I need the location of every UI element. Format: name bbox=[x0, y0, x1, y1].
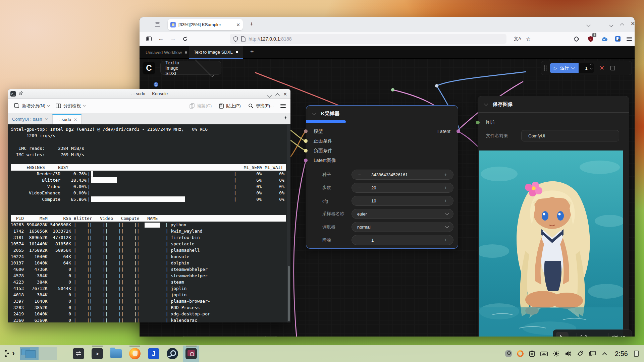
run-button[interactable]: ▷ 运行 bbox=[550, 63, 579, 73]
task-dolphin[interactable] bbox=[108, 346, 124, 362]
copy-button[interactable]: 複製(C) bbox=[190, 103, 212, 109]
reload-button[interactable] bbox=[181, 35, 189, 43]
shield-icon[interactable] bbox=[233, 36, 238, 42]
url-bar[interactable]: http://127.0.0.1:8188 bbox=[230, 34, 506, 44]
zoom-level[interactable]: 101% bbox=[590, 336, 601, 337]
plus-icon[interactable]: + bbox=[438, 185, 453, 190]
window-close-button[interactable]: ✕ bbox=[283, 91, 287, 97]
ksampler-output-latent[interactable]: Latent bbox=[437, 126, 458, 136]
desktop-1[interactable] bbox=[20, 347, 39, 360]
window-close-button[interactable]: ✕ bbox=[631, 21, 636, 26]
save-image-node[interactable]: 保存图像 图片 文件名前缀 ComfyUI bbox=[478, 96, 629, 337]
task-steam[interactable] bbox=[164, 346, 180, 362]
window-maximize-button[interactable] bbox=[276, 92, 279, 98]
app-launcher-button[interactable]: › bbox=[4, 348, 15, 359]
scrollbar-thumb[interactable] bbox=[288, 266, 290, 321]
window-minimize-button[interactable] bbox=[610, 22, 615, 27]
clipboard-icon[interactable] bbox=[528, 350, 536, 357]
pointer-tool-button[interactable] bbox=[556, 332, 569, 337]
terminal-output[interactable]: intel-gpu-top: Intel Dg2 (Gen12) @ /dev/… bbox=[8, 125, 290, 322]
privacy-shield-icon[interactable] bbox=[614, 35, 622, 43]
input-port-dot[interactable] bbox=[304, 139, 308, 143]
ksampler-node[interactable]: K采样器 模型正面条件负面条件Latent图像 Latent 种子−343864… bbox=[306, 105, 458, 249]
ublock-icon[interactable]: u 1 bbox=[587, 35, 594, 43]
konsole-tab-sudo[interactable]: - : sudo✕ bbox=[52, 114, 82, 124]
bookmark-star-icon[interactable]: ☆ bbox=[525, 35, 532, 43]
input-port-dot[interactable] bbox=[304, 149, 308, 153]
toggle-links-icon[interactable] bbox=[619, 335, 627, 337]
translate-icon[interactable]: 文A bbox=[513, 35, 522, 43]
node-fragment-stepper[interactable]: − 1 + bbox=[179, 336, 280, 337]
window-maximize-button[interactable] bbox=[621, 22, 626, 27]
fit-view-icon[interactable] bbox=[580, 335, 588, 337]
back-button[interactable]: ← bbox=[157, 35, 165, 43]
number-widget[interactable]: −20+ bbox=[352, 183, 453, 193]
output-port-dot[interactable] bbox=[457, 129, 460, 133]
select-widget[interactable]: normal bbox=[352, 222, 453, 232]
virtual-desktop-pager[interactable] bbox=[20, 347, 57, 360]
task-spectacle[interactable] bbox=[183, 346, 199, 362]
ksampler-input-2[interactable]: 负面条件 bbox=[306, 146, 458, 156]
select-widget[interactable]: euler bbox=[352, 209, 453, 219]
ksampler-input-0[interactable]: 模型 bbox=[306, 126, 458, 136]
sidebar-toggle-icon[interactable] bbox=[145, 35, 153, 43]
tab-close-icon[interactable]: ✕ bbox=[74, 117, 77, 122]
new-tab-button[interactable]: + bbox=[248, 20, 256, 28]
task-joplin[interactable]: J bbox=[146, 346, 162, 362]
tab-overflow-icon[interactable] bbox=[587, 22, 592, 27]
comfyui-logo[interactable]: C bbox=[143, 62, 155, 74]
new-workflow-button[interactable]: + bbox=[250, 48, 254, 55]
find-button[interactable]: 尋找(F)... bbox=[248, 103, 274, 109]
menu-hamburger-icon[interactable] bbox=[280, 103, 286, 109]
display-connect-icon[interactable] bbox=[589, 350, 596, 357]
forward-button[interactable]: → bbox=[169, 35, 177, 43]
task-firefox[interactable] bbox=[127, 346, 143, 362]
desktop-2[interactable] bbox=[39, 347, 57, 360]
number-widget[interactable]: −343864334526161+ bbox=[352, 170, 453, 180]
stop-icon[interactable] bbox=[610, 66, 615, 70]
tab-close-icon[interactable]: ✕ bbox=[45, 117, 48, 122]
tray-steam-icon[interactable] bbox=[505, 350, 512, 357]
cloud-sync-icon[interactable] bbox=[600, 35, 608, 43]
collapse-chevron-icon[interactable] bbox=[312, 111, 316, 115]
menu-hamburger-icon[interactable] bbox=[627, 36, 634, 43]
ksampler-input-3[interactable]: Latent图像 bbox=[306, 156, 458, 165]
minus-icon[interactable]: − bbox=[352, 172, 367, 177]
run-count-input[interactable]: 1 bbox=[579, 63, 594, 73]
image-port-dot[interactable] bbox=[476, 121, 480, 124]
plus-icon[interactable]: + bbox=[438, 172, 453, 177]
number-widget[interactable]: −10+ bbox=[352, 196, 453, 206]
minimap-icon[interactable] bbox=[611, 336, 619, 337]
konsole-title-bar[interactable]: >_ - : sudo — Konsole ✕ bbox=[8, 89, 290, 99]
terminal-scrollbar[interactable] bbox=[287, 125, 290, 322]
split-view-button[interactable]: 分割檢視 bbox=[56, 103, 85, 109]
taskbar-clock[interactable]: 2:56 bbox=[615, 350, 628, 358]
generated-image-preview[interactable] bbox=[479, 150, 623, 337]
peek-desktop-button[interactable] bbox=[634, 351, 639, 357]
task-systemsettings[interactable] bbox=[70, 346, 87, 362]
volume-icon[interactable] bbox=[565, 350, 572, 357]
page-info-icon[interactable] bbox=[241, 36, 246, 42]
extensions-puzzle-icon[interactable] bbox=[573, 35, 580, 43]
minus-icon[interactable]: − bbox=[352, 198, 367, 203]
ksampler-input-1[interactable]: 正面条件 bbox=[306, 136, 458, 146]
keyboard-icon[interactable] bbox=[540, 350, 548, 357]
workflow-tab-unsaved[interactable]: Unsaved Workflow bbox=[141, 46, 192, 59]
konsole-tab-comfyui[interactable]: ComfyUI : bash✕ bbox=[8, 114, 52, 124]
expand-tabbar-icon[interactable] bbox=[284, 115, 287, 121]
input-port-dot[interactable] bbox=[304, 129, 308, 133]
workflow-tab-active[interactable]: Text to Image SDXL bbox=[189, 46, 243, 59]
collapse-chevron-icon[interactable] bbox=[484, 102, 488, 106]
new-tab-button[interactable]: 新增分頁(N) bbox=[14, 103, 50, 109]
drag-handle-icon[interactable] bbox=[544, 65, 547, 71]
tray-expand-chevron-icon[interactable] bbox=[601, 350, 608, 357]
tray-app-icon[interactable] bbox=[516, 349, 525, 358]
plus-icon[interactable]: + bbox=[438, 237, 453, 243]
cancel-run-icon[interactable]: ✕ bbox=[599, 64, 604, 72]
browser-tab[interactable]: [33%][25%] KSampler ✕ bbox=[168, 19, 243, 30]
task-konsole[interactable]: > bbox=[89, 346, 105, 362]
brightness-icon[interactable] bbox=[552, 350, 560, 357]
number-widget[interactable]: −1+ bbox=[352, 235, 453, 245]
plus-icon[interactable]: + bbox=[438, 198, 453, 203]
input-port-dot[interactable] bbox=[304, 159, 308, 162]
